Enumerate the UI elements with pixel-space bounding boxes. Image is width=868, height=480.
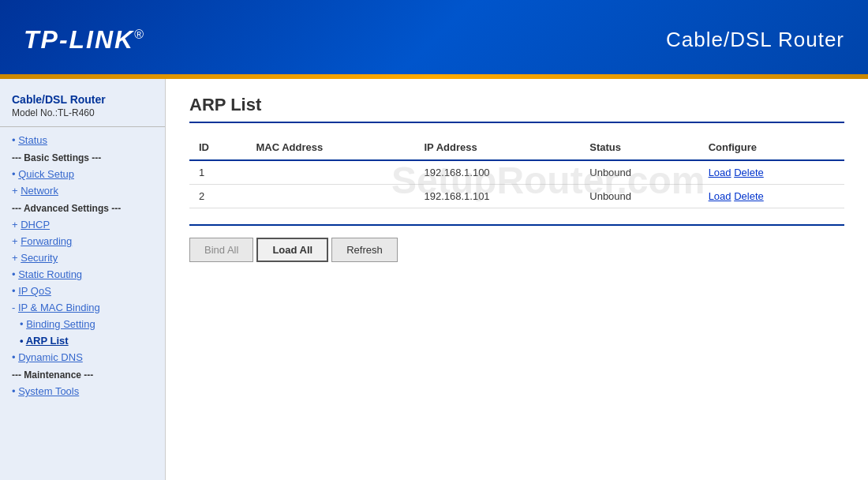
table-row: 2 192.168.1.101 Unbound Load Delete: [189, 185, 844, 208]
sidebar-section-advanced: --- Advanced Settings ---: [0, 199, 165, 216]
row2-load-link[interactable]: Load: [709, 190, 731, 202]
sidebar-product-model: Model No.:TL-R460: [12, 107, 153, 118]
refresh-button[interactable]: Refresh: [331, 238, 398, 262]
sidebar-section-basic: --- Basic Settings ---: [0, 148, 165, 166]
table-row: 1 192.168.1.100 Unbound Load Delete: [189, 160, 844, 185]
sidebar-product-name: Cable/DSL Router: [12, 93, 153, 106]
sidebar-product: Cable/DSL Router Model No.:TL-R460: [0, 87, 165, 127]
sidebar: Cable/DSL Router Model No.:TL-R460 • Sta…: [0, 79, 166, 480]
sidebar-item-ip-qos[interactable]: • IP QoS: [0, 283, 165, 299]
header-subtitle: Cable/DSL Router: [666, 28, 844, 52]
col-ip: IP Address: [414, 135, 580, 160]
sidebar-item-quick-setup[interactable]: • Quick Setup: [0, 166, 165, 182]
row1-status: Unbound: [580, 160, 698, 185]
load-all-button[interactable]: Load All: [256, 238, 328, 262]
row1-id: 1: [189, 160, 246, 185]
arp-table: ID MAC Address IP Address Status Configu…: [189, 135, 844, 208]
sidebar-item-forwarding[interactable]: + Forwarding: [0, 233, 165, 249]
sidebar-item-ip-mac-binding[interactable]: - IP & MAC Binding: [0, 299, 165, 316]
col-status: Status: [580, 135, 698, 160]
sidebar-item-dynamic-dns[interactable]: • Dynamic DNS: [0, 349, 165, 366]
main-content: ARP List SetupRouter.com ID MAC Address …: [166, 79, 868, 480]
row1-mac: [246, 160, 414, 185]
header: TP-LINK® Cable/DSL Router: [0, 0, 868, 79]
row1-configure: Load Delete: [699, 160, 844, 185]
sidebar-item-static-routing[interactable]: • Static Routing: [0, 266, 165, 283]
sidebar-item-arp-list[interactable]: • ARP List: [0, 332, 165, 349]
sidebar-item-network[interactable]: + Network: [0, 182, 165, 199]
row1-ip: 192.168.1.100: [414, 160, 580, 185]
row2-status: Unbound: [580, 185, 698, 208]
main-content-wrapper: SetupRouter.com ID MAC Address IP Addres…: [189, 135, 844, 262]
logo: TP-LINK®: [24, 25, 145, 54]
layout: Cable/DSL Router Model No.:TL-R460 • Sta…: [0, 79, 868, 480]
button-row: Bind All Load All Refresh: [189, 224, 844, 262]
sidebar-section-maintenance: --- Maintenance ---: [0, 366, 165, 383]
bind-all-button[interactable]: Bind All: [189, 238, 253, 262]
sidebar-item-security[interactable]: + Security: [0, 249, 165, 266]
page-title: ARP List: [189, 95, 844, 123]
row1-load-link[interactable]: Load: [709, 167, 731, 178]
col-mac: MAC Address: [246, 135, 414, 160]
row2-mac: [246, 185, 414, 208]
sidebar-item-dhcp[interactable]: + DHCP: [0, 216, 165, 233]
row2-id: 2: [189, 185, 246, 208]
sidebar-item-status[interactable]: • Status: [0, 132, 165, 148]
row1-delete-link[interactable]: Delete: [734, 167, 764, 178]
col-id: ID: [189, 135, 246, 160]
sidebar-item-system-tools[interactable]: • System Tools: [0, 383, 165, 399]
sidebar-item-binding-setting[interactable]: • Binding Setting: [0, 316, 165, 332]
logo-text: TP-LINK®: [24, 25, 145, 54]
row2-delete-link[interactable]: Delete: [734, 190, 764, 202]
col-configure: Configure: [699, 135, 844, 160]
row2-ip: 192.168.1.101: [414, 185, 580, 208]
row2-configure: Load Delete: [699, 185, 844, 208]
